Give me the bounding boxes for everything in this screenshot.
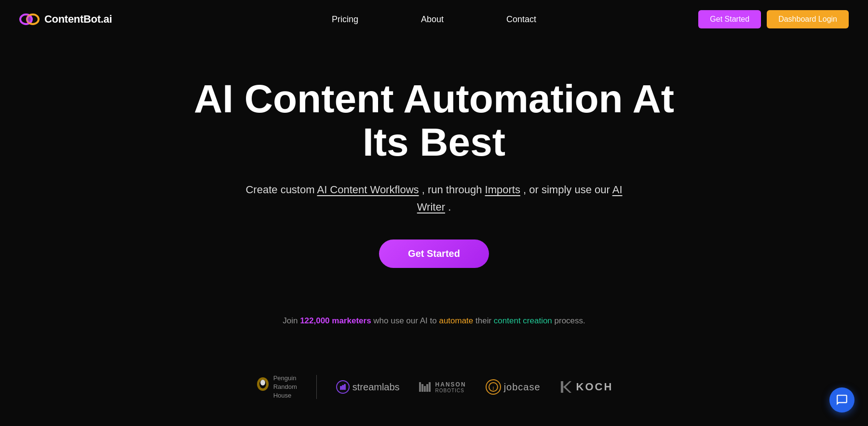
brand-hanson-label-group: HANSON ROBOTICS bbox=[435, 381, 466, 393]
brand-jobcase-label: jobcase bbox=[504, 382, 541, 393]
hanson-icon bbox=[419, 382, 433, 392]
brand-hanson-label: HANSON bbox=[435, 381, 466, 388]
hero-subtitle: Create custom AI Content Workflows , run… bbox=[241, 181, 627, 215]
svg-rect-6 bbox=[340, 386, 342, 390]
chat-widget[interactable] bbox=[829, 387, 854, 413]
svg-point-5 bbox=[260, 380, 265, 386]
get-started-button-header[interactable]: Get Started bbox=[698, 10, 761, 28]
brand-penguin-label: PenguinRandomHouse bbox=[273, 374, 297, 400]
link-imports[interactable]: Imports bbox=[485, 184, 520, 196]
social-highlight-users: 122,000 marketers bbox=[300, 316, 373, 325]
logo-divider-1 bbox=[316, 375, 317, 399]
subtitle-text-end: . bbox=[448, 201, 451, 213]
svg-rect-11 bbox=[424, 386, 426, 392]
logo[interactable]: ContentBot.ai bbox=[19, 9, 112, 29]
svg-rect-7 bbox=[342, 385, 344, 390]
social-proof-text: Join 122,000 marketers who use our AI to… bbox=[19, 316, 849, 326]
nav-about[interactable]: About bbox=[390, 10, 475, 29]
penguin-icon bbox=[255, 376, 271, 398]
koch-icon bbox=[560, 380, 573, 394]
brand-streamlabs-label: streamlabs bbox=[353, 382, 400, 393]
brand-hanson-sub: ROBOTICS bbox=[435, 388, 464, 393]
social-text-mid2: their bbox=[475, 316, 491, 325]
svg-rect-10 bbox=[421, 384, 423, 392]
subtitle-text-mid1: , run through bbox=[422, 184, 482, 196]
svg-rect-16 bbox=[561, 381, 563, 393]
svg-point-2 bbox=[27, 15, 32, 23]
logo-bar: PenguinRandomHouse streamlabs HANSON ROB… bbox=[0, 364, 868, 410]
social-text-mid: who use our AI to bbox=[373, 316, 436, 325]
nav-contact[interactable]: Contact bbox=[475, 10, 568, 29]
svg-rect-9 bbox=[419, 382, 421, 392]
main-nav: Pricing About Contact bbox=[300, 10, 568, 29]
brand-penguin: PenguinRandomHouse bbox=[255, 374, 297, 400]
brand-koch: KOCH bbox=[560, 380, 613, 394]
svg-text:j: j bbox=[492, 386, 494, 390]
nav-pricing[interactable]: Pricing bbox=[300, 10, 390, 29]
social-proof: Join 122,000 marketers who use our AI to… bbox=[0, 297, 868, 364]
svg-marker-17 bbox=[563, 381, 571, 393]
brand-koch-label: KOCH bbox=[576, 381, 613, 393]
logo-icon bbox=[19, 9, 40, 29]
header-actions: Get Started Dashboard Login bbox=[698, 10, 849, 28]
subtitle-text-mid2: , or simply use our bbox=[523, 184, 610, 196]
social-text-end: process. bbox=[555, 316, 585, 325]
social-highlight-automate: automate bbox=[439, 316, 475, 325]
header: ContentBot.ai Pricing About Contact Get … bbox=[0, 0, 868, 39]
brand-hanson: HANSON ROBOTICS bbox=[419, 381, 466, 393]
chat-icon bbox=[836, 394, 848, 406]
hero-section: AI Content Automation At Its Best Create… bbox=[0, 39, 868, 297]
svg-rect-13 bbox=[429, 382, 431, 392]
jobcase-icon: j bbox=[486, 379, 501, 395]
social-highlight-content: content creation bbox=[494, 316, 555, 325]
social-text-start: Join bbox=[283, 316, 298, 325]
get-started-button-hero[interactable]: Get Started bbox=[379, 240, 489, 268]
subtitle-text-start: Create custom bbox=[245, 184, 314, 196]
streamlabs-icon bbox=[336, 380, 350, 394]
svg-rect-12 bbox=[426, 384, 428, 392]
svg-rect-8 bbox=[344, 384, 346, 390]
hero-title: AI Content Automation At Its Best bbox=[193, 77, 675, 164]
brand-jobcase: j jobcase bbox=[486, 379, 541, 395]
dashboard-login-button[interactable]: Dashboard Login bbox=[767, 10, 849, 28]
logo-text: ContentBot.ai bbox=[44, 13, 112, 26]
link-workflows[interactable]: AI Content Workflows bbox=[317, 184, 419, 196]
brand-streamlabs: streamlabs bbox=[336, 380, 400, 394]
